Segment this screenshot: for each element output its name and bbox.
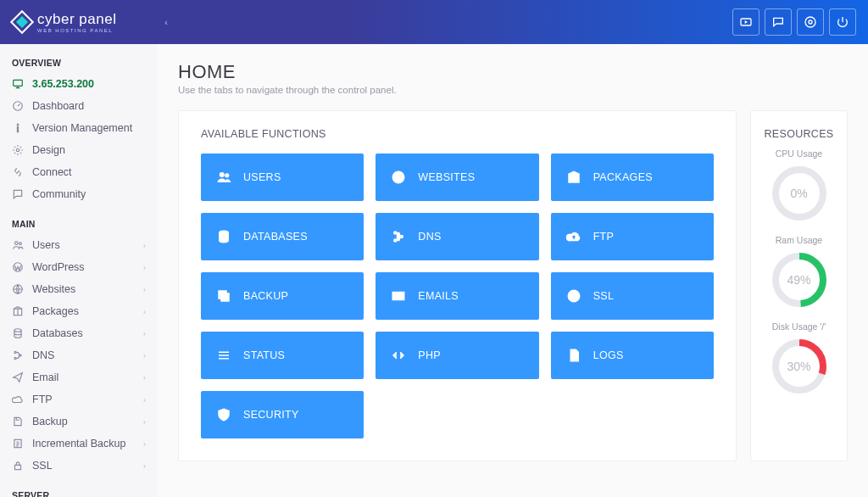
available-functions-card: AVAILABLE FUNCTIONS USERSWEBSITESPACKAGE… bbox=[178, 110, 737, 461]
tile-status[interactable]: STATUS bbox=[201, 332, 364, 379]
dns-icon bbox=[12, 349, 24, 361]
svg-rect-3 bbox=[14, 80, 23, 86]
tile-label: BACKUP bbox=[243, 290, 288, 302]
chevron-right-icon: › bbox=[143, 395, 146, 405]
power-button[interactable] bbox=[829, 8, 856, 36]
gauge-label: Ram Usage bbox=[776, 235, 822, 245]
gauge-icon bbox=[12, 100, 24, 112]
sidebar: OVERVIEW3.65.253.200DashboardVersion Man… bbox=[0, 44, 158, 497]
sidebar-collapse-toggle[interactable]: ‹ bbox=[158, 17, 175, 27]
send-icon bbox=[12, 371, 24, 383]
svg-rect-6 bbox=[17, 126, 18, 131]
chat-button[interactable] bbox=[765, 8, 792, 36]
sidebar-item-label: Databases bbox=[32, 327, 135, 339]
sidebar-item-incremental-backup[interactable]: Incremental Backup› bbox=[0, 433, 158, 455]
tile-ssl[interactable]: SSL bbox=[551, 272, 714, 320]
sidebar-item-dns[interactable]: DNS› bbox=[0, 344, 158, 366]
chevron-right-icon: › bbox=[143, 417, 146, 427]
sidebar-item-label: Design bbox=[32, 144, 146, 156]
page-subtitle: Use the tabs to navigate through the con… bbox=[178, 85, 848, 95]
main-content: HOME Use the tabs to navigate through th… bbox=[158, 44, 868, 497]
help-button[interactable] bbox=[797, 8, 824, 36]
tile-label: DNS bbox=[418, 231, 441, 243]
chevron-right-icon: › bbox=[143, 461, 146, 471]
gauge-label: Disk Usage '/' bbox=[772, 321, 826, 332]
tile-label: EMAILS bbox=[418, 290, 459, 302]
gauge-label: CPU Usage bbox=[776, 148, 822, 159]
chevron-right-icon: › bbox=[143, 373, 146, 383]
gauge-ram-usage: Ram Usage49% bbox=[770, 235, 829, 310]
svg-point-14 bbox=[14, 351, 16, 353]
sidebar-item-label: Dashboard bbox=[32, 100, 146, 112]
backup-icon bbox=[12, 416, 24, 427]
gauge-ring: 30% bbox=[770, 337, 829, 396]
chat-icon bbox=[771, 15, 785, 29]
tile-emails[interactable]: EMAILS bbox=[376, 272, 538, 320]
info-icon bbox=[12, 122, 24, 134]
globe-icon bbox=[391, 170, 406, 185]
sidebar-section-header: MAIN bbox=[0, 205, 158, 234]
sidebar-item-databases[interactable]: Databases› bbox=[0, 322, 158, 344]
monitor-icon bbox=[12, 78, 24, 90]
tile-users[interactable]: USERS bbox=[201, 154, 364, 201]
sidebar-item-label: Community bbox=[32, 188, 146, 200]
tile-backup[interactable]: BACKUP bbox=[201, 272, 364, 320]
sidebar-item-label: DNS bbox=[32, 349, 135, 361]
brand-tagline: WEB HOSTING PANEL bbox=[37, 28, 116, 33]
tile-label: PACKAGES bbox=[593, 171, 653, 183]
sidebar-item-3-65-253-200[interactable]: 3.65.253.200 bbox=[0, 73, 158, 95]
sidebar-item-design[interactable]: Design bbox=[0, 139, 158, 161]
chevron-right-icon: › bbox=[143, 351, 146, 360]
resources-card: RESOURCES CPU Usage0%Ram Usage49%Disk Us… bbox=[750, 110, 848, 461]
gauge-value: 30% bbox=[770, 337, 829, 396]
sidebar-item-community[interactable]: Community bbox=[0, 183, 158, 205]
svg-point-24 bbox=[394, 232, 397, 234]
tile-ftp[interactable]: FTP bbox=[551, 213, 714, 260]
sidebar-item-ssl[interactable]: SSL› bbox=[0, 455, 158, 477]
dns-icon bbox=[391, 229, 406, 244]
tile-packages[interactable]: PACKAGES bbox=[551, 154, 714, 201]
tile-databases[interactable]: DATABASES bbox=[201, 213, 364, 260]
chevron-right-icon: › bbox=[143, 263, 146, 272]
sidebar-item-dashboard[interactable]: Dashboard bbox=[0, 95, 158, 117]
tile-label: LOGS bbox=[593, 349, 624, 361]
sidebar-item-version-management[interactable]: Version Management bbox=[0, 117, 158, 139]
chevron-right-icon: › bbox=[143, 285, 146, 294]
sidebar-item-users[interactable]: Users› bbox=[0, 234, 158, 256]
tile-dns[interactable]: DNS bbox=[376, 213, 538, 260]
tile-logs[interactable]: LOGS bbox=[551, 332, 714, 379]
tile-label: SSL bbox=[593, 290, 615, 302]
logo-icon bbox=[10, 10, 34, 34]
comment-icon bbox=[12, 188, 24, 200]
tile-security[interactable]: SECURITY bbox=[201, 391, 364, 438]
svg-rect-5 bbox=[17, 124, 18, 125]
brand[interactable]: cyber panel WEB HOSTING PANEL bbox=[0, 0, 158, 44]
tile-label: PHP bbox=[418, 349, 441, 361]
help-icon bbox=[804, 15, 817, 29]
sidebar-item-packages[interactable]: Packages› bbox=[0, 300, 158, 322]
tile-websites[interactable]: WEBSITES bbox=[376, 154, 538, 201]
cloud-icon bbox=[12, 394, 24, 405]
cloud-up-icon bbox=[566, 229, 581, 244]
sidebar-item-wordpress[interactable]: WordPress› bbox=[0, 256, 158, 278]
lock-circle-icon bbox=[566, 288, 581, 304]
sidebar-item-email[interactable]: Email› bbox=[0, 366, 158, 388]
link-icon bbox=[12, 166, 24, 178]
wordpress-icon bbox=[12, 261, 24, 273]
sidebar-item-websites[interactable]: Websites› bbox=[0, 278, 158, 300]
sidebar-item-label: Connect bbox=[32, 166, 146, 178]
tile-php[interactable]: PHP bbox=[376, 332, 538, 379]
svg-rect-18 bbox=[15, 465, 21, 469]
sidebar-item-connect[interactable]: Connect bbox=[0, 161, 158, 183]
sidebar-item-backup[interactable]: Backup› bbox=[0, 410, 158, 433]
sidebar-item-ftp[interactable]: FTP› bbox=[0, 388, 158, 410]
shield-icon bbox=[216, 407, 231, 422]
sidebar-item-label: Version Management bbox=[32, 122, 146, 134]
packages-icon bbox=[12, 305, 24, 317]
chevron-right-icon: › bbox=[143, 241, 146, 250]
sidebar-item-label: FTP bbox=[32, 394, 135, 405]
video-tutorials-button[interactable] bbox=[732, 8, 760, 36]
brand-name: cyber panel bbox=[37, 12, 116, 26]
svg-point-1 bbox=[805, 17, 815, 27]
incr-icon bbox=[12, 438, 24, 450]
